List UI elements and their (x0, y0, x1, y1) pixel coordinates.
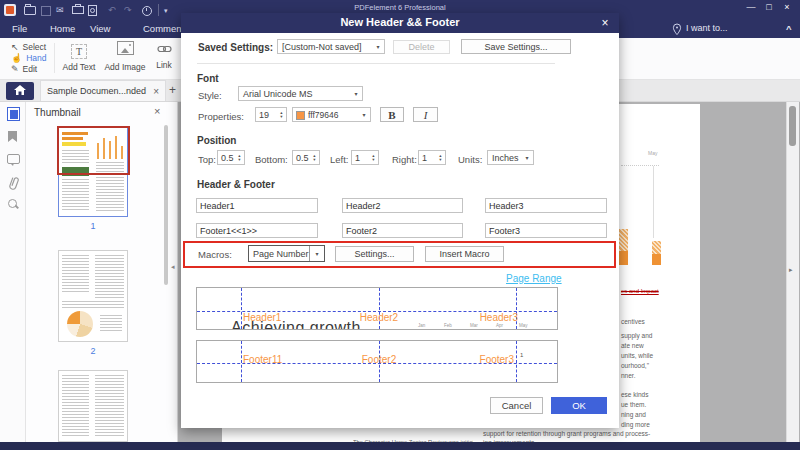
doc-text-fragment: units, while (621, 352, 653, 359)
font-size-spinner-arrows[interactable]: ▴ ▾ (277, 111, 286, 119)
cancel-button[interactable]: Cancel (490, 397, 543, 414)
preview-header2: Header2 (360, 312, 398, 323)
ribbon-separator (54, 43, 55, 73)
font-size-spinner[interactable]: 19 ▴ ▾ (255, 107, 287, 122)
thumb2-pie-chart (67, 311, 93, 337)
macros-value: Page Number (249, 249, 309, 259)
minimize-button[interactable]: — (744, 1, 758, 14)
style-label: Style: (198, 90, 222, 101)
tab-close-icon[interactable]: × (153, 86, 159, 97)
menu-tab-home[interactable]: Home (50, 23, 75, 34)
font-color-swatch (296, 111, 305, 120)
sidebar-item-bookmark[interactable] (8, 131, 17, 142)
link-button[interactable]: Link (150, 41, 178, 70)
page-thumbnail-2[interactable] (58, 250, 128, 342)
collapse-ribbon-icon[interactable]: ^ (786, 23, 792, 34)
preview-margin-line (516, 341, 517, 382)
select-tool-button[interactable]: ↖ Select (11, 42, 46, 52)
hand-icon: ☝ (11, 53, 22, 63)
page-range-link[interactable]: Page Range (506, 273, 562, 284)
sidebar-item-attachment[interactable] (7, 176, 19, 194)
font-color-dropdown[interactable]: fff79646 ▾ (292, 107, 371, 122)
spinner-down-icon[interactable]: ▾ (277, 115, 286, 119)
bold-button[interactable]: B (380, 107, 404, 122)
left-spinner-arrows[interactable]: ▴▾ (369, 154, 378, 162)
pin-icon (672, 23, 682, 36)
doc-text-fragment: centives (621, 318, 645, 325)
home-icon (14, 85, 26, 96)
panel-collapse-handle[interactable]: ◂ (171, 263, 175, 271)
doc-red-heading: es and Impact (621, 288, 659, 294)
page-thumbnail-1[interactable] (58, 127, 128, 217)
header3-input[interactable] (485, 198, 607, 213)
saved-settings-dropdown[interactable]: [Custom-Not saved] ▾ (277, 39, 385, 54)
italic-button[interactable]: I (413, 107, 438, 122)
comment-icon (7, 154, 20, 164)
edit-label: Edit (23, 64, 38, 74)
save-settings-button[interactable]: Save Settings... (461, 39, 571, 54)
units-value: Inches (488, 153, 521, 163)
top-spinner[interactable]: 0.5 ▴▾ (217, 150, 245, 165)
menu-tab-view[interactable]: View (90, 23, 110, 34)
macros-settings-button[interactable]: Settings... (335, 246, 414, 262)
preview-footer-page-number: 1 (520, 352, 523, 358)
top-spinner-arrows[interactable]: ▴▾ (235, 154, 244, 162)
panel-close-icon[interactable]: × (154, 105, 160, 117)
home-button[interactable] (6, 82, 34, 100)
select-label: Select (23, 42, 47, 52)
select-icon: ↖ (11, 42, 19, 52)
ok-button[interactable]: OK (551, 397, 607, 414)
sidebar-item-comment[interactable] (7, 154, 20, 164)
link-icon (157, 43, 172, 55)
window-close-button[interactable]: × (780, 1, 794, 14)
footer3-input[interactable] (485, 223, 607, 238)
spinner-down-icon[interactable]: ▾ (310, 158, 319, 162)
right-spinner[interactable]: 1 ▴▾ (418, 150, 446, 165)
page-thumbnail-3[interactable] (58, 370, 128, 442)
add-text-button[interactable]: T Add Text (60, 41, 98, 72)
sidebar-item-thumbnail[interactable] (7, 107, 20, 121)
spinner-down-icon[interactable]: ▾ (436, 158, 445, 162)
document-tab[interactable]: Sample Documen...nded × (40, 80, 166, 101)
delete-button[interactable]: Delete (393, 40, 450, 54)
maximize-button[interactable]: □ (762, 1, 776, 14)
right-spinner-arrows[interactable]: ▴▾ (436, 154, 445, 162)
doc-chart-month-label: May (648, 150, 657, 156)
preview-footer2: Footer2 (362, 354, 396, 365)
dialog-close-icon[interactable]: × (597, 15, 613, 31)
left-spinner[interactable]: 1 ▴▾ (351, 150, 379, 165)
dialog-title-bar: New Header && Footer × (181, 13, 619, 33)
macros-dropdown[interactable]: Page Number ▾ (248, 245, 325, 262)
edit-tool-button[interactable]: ✎ Edit (11, 64, 37, 74)
sidebar-item-search[interactable] (8, 199, 17, 208)
new-tab-button[interactable]: + (169, 83, 176, 97)
add-image-button[interactable]: Add Image (104, 41, 146, 72)
hand-tool-button[interactable]: ☝ Hand (11, 53, 47, 63)
add-image-icon (117, 41, 134, 55)
preview-footer1: Footer11 (243, 354, 282, 365)
spinner-down-icon[interactable]: ▾ (235, 158, 244, 162)
font-style-dropdown[interactable]: Arial Unicode MS ▾ (238, 86, 363, 101)
footer1-input[interactable] (196, 223, 318, 238)
insert-macro-button[interactable]: Insert Macro (425, 246, 504, 262)
dialog-title: New Header && Footer (181, 16, 619, 28)
saved-settings-label: Saved Settings: (198, 42, 273, 53)
right-collapse-handle[interactable]: ▸ (789, 266, 793, 274)
footer-preview-box: Footer11 Footer2 Footer3 1 (196, 340, 558, 383)
document-scrollbar-thumb[interactable] (789, 106, 796, 146)
menu-tab-file[interactable]: File (12, 23, 27, 34)
header1-input[interactable] (196, 198, 318, 213)
dropdown-caret-icon: ▾ (350, 90, 362, 97)
bottom-spinner[interactable]: 0.5 ▴▾ (292, 150, 320, 165)
header2-input[interactable] (342, 198, 463, 213)
thumbnail-panel: Thumbnail × 1 (26, 102, 178, 442)
bottom-spinner-arrows[interactable]: ▴▾ (310, 154, 319, 162)
units-dropdown[interactable]: Inches ▾ (487, 150, 534, 165)
panel-scrollbar[interactable] (164, 125, 168, 285)
menu-tab-comment[interactable]: Comment (143, 23, 184, 34)
thumb3-text-block (62, 375, 89, 437)
spinner-down-icon[interactable]: ▾ (369, 158, 378, 162)
footer2-input[interactable] (342, 223, 463, 238)
i-want-to-button[interactable]: I want to... (686, 23, 728, 33)
left-value: 1 (352, 153, 369, 163)
